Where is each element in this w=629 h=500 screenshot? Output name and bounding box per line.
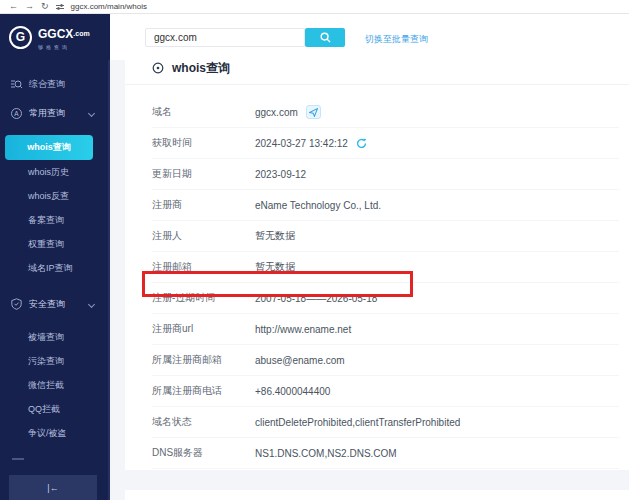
page-title: whois查询 — [172, 60, 230, 77]
chevron-down-icon — [88, 300, 95, 307]
back-icon[interactable]: ← — [9, 2, 18, 11]
site-settings-icon[interactable] — [56, 3, 64, 11]
screen: ← → ↻ ggcx.com/main/whois G GGCX.com 够格查… — [0, 0, 629, 500]
chevron-down-icon — [88, 109, 95, 116]
domain-search-input[interactable] — [145, 28, 305, 47]
table-row-domain-status: 域名状态 clientDeleteProhibited,clientTransf… — [152, 407, 619, 438]
sidebar-item-qq-block[interactable]: QQ拦截 — [0, 397, 108, 421]
sidebar-collapse-button[interactable]: |← — [9, 475, 97, 500]
sidebar-item-gfw-blocked[interactable]: 被墙查询 — [0, 325, 108, 349]
sidebar-item-wechat-block[interactable]: 微信拦截 — [0, 373, 108, 397]
table-row-domain: 域名 ggcx.com — [152, 97, 619, 128]
table-row-registrar-url: 注册商url http://www.ename.net — [152, 314, 619, 345]
brand-name: GGCX.com — [38, 27, 90, 41]
logo-g-icon: G — [9, 26, 32, 49]
table-row-registrar-phone: 所属注册商电话 +86.4000044400 — [152, 376, 619, 407]
sidebar-nav: 综合查询 A 常用查询 whois查询 whois历史 whois反查 备案查询… — [0, 60, 110, 500]
table-row-registrar-email: 所属注册商邮箱 abuse@ename.com — [152, 345, 619, 376]
forward-icon[interactable]: → — [25, 2, 34, 11]
url-field[interactable]: ggcx.com/main/whois — [71, 2, 147, 11]
brand-logo[interactable]: G GGCX.com 够格查询 — [0, 14, 110, 60]
sidebar-item-weight-query[interactable]: 权重查询 — [0, 232, 108, 256]
collapse-icon: |← — [47, 483, 58, 493]
whois-table: 域名 ggcx.com 获取时间 2024-03-27 13:42:12 — [125, 85, 629, 469]
table-row-update-date: 更新日期 2023-09-12 — [152, 159, 619, 190]
browser-address-bar: ← → ↻ ggcx.com/main/whois — [0, 0, 629, 14]
table-row-registrar: 注册商 eName Technology Co., Ltd. — [152, 190, 619, 221]
card-title-bar: whois查询 — [125, 52, 629, 85]
table-row-reg-expiry-time: 注册-过期时间 2007-05-18——2026-05-18 — [152, 283, 619, 314]
table-row-reg-email: 注册邮箱 暂无数据 — [152, 252, 619, 283]
sidebar-item-whois-reverse[interactable]: whois反查 — [0, 184, 108, 208]
table-row-dns-servers: DNS服务器 NS1.DNS.COM,NS2.DNS.COM — [152, 438, 619, 469]
comprehensive-search-icon — [11, 79, 22, 90]
search-icon — [320, 32, 331, 43]
refresh-icon[interactable] — [356, 138, 367, 149]
sidebar-item-domain-ip[interactable]: 域名IP查询 — [0, 256, 108, 280]
target-circle-icon — [152, 62, 164, 74]
sidebar-group-security[interactable]: 安全查询 — [0, 293, 108, 315]
circle-a-icon: A — [11, 108, 22, 119]
table-row-registrant: 注册人 暂无数据 — [152, 221, 619, 252]
shield-icon — [11, 298, 22, 310]
table-row-fetch-time: 获取时间 2024-03-27 13:42:12 — [152, 128, 619, 159]
brand-tagline: 够格查询 — [38, 44, 90, 50]
batch-query-link[interactable]: 切换至批量查询 — [365, 33, 428, 46]
sidebar-item-comprehensive[interactable]: 综合查询 — [0, 74, 108, 94]
sidebar-item-whois-query[interactable]: whois查询 — [5, 135, 93, 160]
sidebar-item-whois-history[interactable]: whois历史 — [0, 160, 108, 184]
whois-result-card: whois查询 域名 ggcx.com 获取时间 2024-03-27 13:4… — [125, 52, 629, 470]
next-section-card — [125, 490, 629, 500]
reload-icon[interactable]: ↻ — [41, 2, 49, 11]
divider — [12, 458, 24, 460]
search-button[interactable] — [305, 28, 345, 47]
send-icon[interactable] — [306, 105, 321, 119]
sidebar-item-dispute-stolen[interactable]: 争议/被盗 — [0, 421, 108, 445]
sidebar-item-dns-pollution[interactable]: 污染查询 — [0, 349, 108, 373]
sidebar-item-icp-record[interactable]: 备案查询 — [0, 208, 108, 232]
sidebar-group-common[interactable]: A 常用查询 — [0, 102, 108, 124]
